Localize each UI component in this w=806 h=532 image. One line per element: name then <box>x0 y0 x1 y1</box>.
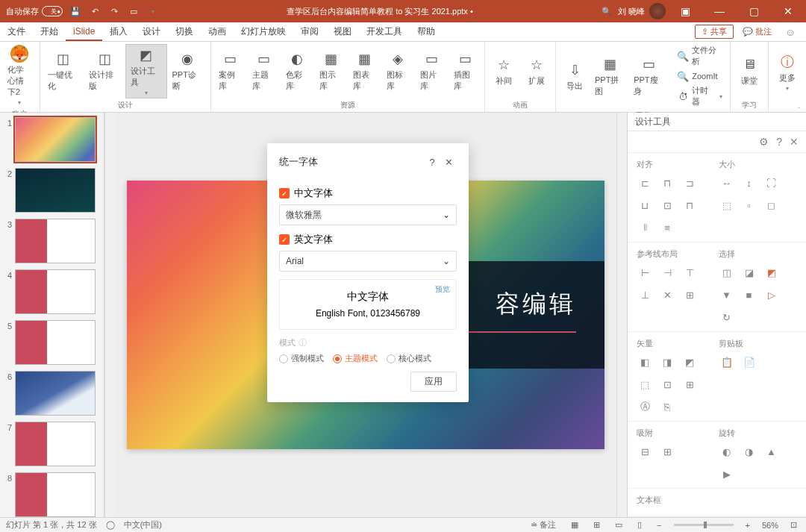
PPT拼图-button[interactable]: ▦PPT拼图 <box>590 54 629 98</box>
PPT诊断-button[interactable]: ◉PPT诊断 <box>168 48 207 93</box>
slideshow-view-icon[interactable]: ▯ <box>634 520 645 530</box>
size-fit-icon[interactable]: ◻ <box>763 197 780 213</box>
rot-1-icon[interactable]: ◐ <box>719 443 735 460</box>
snap-1-icon[interactable]: ⊟ <box>637 443 653 460</box>
slide-thumb-7[interactable] <box>15 422 96 466</box>
sel-4-icon[interactable]: ▼ <box>719 287 735 303</box>
tab-审阅[interactable]: 审阅 <box>293 22 326 41</box>
rot-2-icon[interactable]: ◑ <box>741 443 757 460</box>
sel-1-icon[interactable]: ◫ <box>719 264 735 281</box>
more-button[interactable]: ⓘ更多▾ <box>772 51 803 93</box>
vec-5-icon[interactable]: ⊡ <box>659 376 675 392</box>
sel-7-icon[interactable]: ↻ <box>719 309 735 325</box>
dist-h-icon[interactable]: ⦀ <box>637 219 653 236</box>
slide-thumb-8[interactable] <box>15 472 96 517</box>
zoom-slider[interactable] <box>674 524 734 526</box>
PPT瘦身-button[interactable]: ▭PPT瘦身 <box>629 54 668 98</box>
tab-插入[interactable]: 插入 <box>102 22 135 41</box>
tab-幻灯片放映[interactable]: 幻灯片放映 <box>234 22 293 41</box>
language-label[interactable]: 中文(中国) <box>124 519 162 531</box>
thumb-scrollbar[interactable] <box>104 113 115 517</box>
sel-6-icon[interactable]: ▷ <box>763 287 780 303</box>
size-h-icon[interactable]: ↕ <box>741 175 757 191</box>
dialog-help-icon[interactable]: ? <box>424 154 440 170</box>
canvas-scrollbar[interactable] <box>616 113 627 517</box>
size-both-icon[interactable]: ⛶ <box>763 175 780 191</box>
vec-2-icon[interactable]: ◨ <box>659 354 675 370</box>
mode-radio-2[interactable]: 核心模式 <box>387 353 431 364</box>
mode-radio-0[interactable]: 强制模式 <box>279 353 324 364</box>
align-left-icon[interactable]: ⊏ <box>637 175 653 191</box>
notes-button[interactable]: ≐ 备注 <box>528 519 559 531</box>
slide-thumb-4[interactable] <box>15 269 96 314</box>
ZoomIt-button[interactable]: 🔍ZoomIt <box>672 69 727 84</box>
autosave-toggle[interactable]: 关● <box>42 6 63 16</box>
zoom-level[interactable]: 56% <box>762 521 778 530</box>
avatar[interactable] <box>649 3 666 19</box>
maximize-icon[interactable]: ▢ <box>739 0 769 22</box>
classroom-button[interactable]: 🖥课堂 <box>734 54 765 88</box>
tab-帮助[interactable]: 帮助 <box>410 22 443 41</box>
guide-1-icon[interactable]: ⊢ <box>637 264 653 281</box>
search-icon[interactable]: 🔍 <box>600 4 613 18</box>
tab-开始[interactable]: 开始 <box>33 22 66 41</box>
guide-2-icon[interactable]: ⊣ <box>659 264 675 281</box>
tab-视图[interactable]: 视图 <box>326 22 359 41</box>
en-font-checkbox-row[interactable]: ✓ 英文字体 <box>279 233 457 246</box>
dialog-close-icon[interactable]: ✕ <box>440 154 457 170</box>
close-panel-icon[interactable]: ✕ <box>790 136 799 148</box>
图表库-button[interactable]: ▦图表库 <box>349 48 381 93</box>
sel-2-icon[interactable]: ◪ <box>741 264 757 281</box>
一键优化-button[interactable]: ◫一键优化 <box>43 48 84 93</box>
clip-2-icon[interactable]: 📄 <box>741 354 757 370</box>
guide-6-icon[interactable]: ⊞ <box>681 287 698 303</box>
guide-3-icon[interactable]: ⊤ <box>681 264 698 281</box>
reading-view-icon[interactable]: ▭ <box>612 520 625 530</box>
ribbon-mode-icon[interactable]: ▣ <box>670 0 700 22</box>
guide-5-icon[interactable]: ✕ <box>659 287 675 303</box>
slide-thumb-2[interactable] <box>15 168 96 213</box>
sorter-view-icon[interactable]: ⊞ <box>590 520 603 530</box>
fit-window-icon[interactable]: ⊡ <box>787 520 800 530</box>
snap-2-icon[interactable]: ⊞ <box>659 443 675 460</box>
slide-thumb-1[interactable] <box>15 117 96 162</box>
图示库-button[interactable]: ▦图示库 <box>315 48 347 93</box>
dist-v-icon[interactable]: ≡ <box>659 219 675 236</box>
undo-icon[interactable]: ↶ <box>88 4 101 18</box>
save-icon[interactable]: 💾 <box>69 4 82 18</box>
sel-3-icon[interactable]: ◩ <box>763 264 780 281</box>
tab-文件[interactable]: 文件 <box>0 22 33 41</box>
size-w-icon[interactable]: ↔ <box>719 175 735 191</box>
comments-button[interactable]: 💬 批注 <box>737 25 778 38</box>
rot-3-icon[interactable]: ▲ <box>763 443 780 460</box>
close-icon[interactable]: ✕ <box>773 0 803 22</box>
计时器-button[interactable]: ⏱计时器 ▾ <box>672 84 727 109</box>
account-button[interactable]: 🦊化学心情下2▾ <box>3 43 37 107</box>
zoom-in-icon[interactable]: + <box>743 521 753 530</box>
导出-button[interactable]: ⇩导出 <box>559 54 590 98</box>
align-bottom-icon[interactable]: ⊓ <box>681 197 698 213</box>
tab-设计[interactable]: 设计 <box>135 22 168 41</box>
accessibility-icon[interactable]: ◯ <box>106 520 115 530</box>
en-font-combo[interactable]: Arial⌄ <box>279 251 457 272</box>
size-inc-icon[interactable]: ⬚ <box>719 197 735 213</box>
案例库-button[interactable]: ▭案例库 <box>214 48 246 93</box>
tab-开发工具[interactable]: 开发工具 <box>359 22 410 41</box>
补间-button[interactable]: ☆补间 <box>488 54 519 88</box>
slide-thumb-6[interactable] <box>15 371 96 416</box>
vec-1-icon[interactable]: ◧ <box>637 354 653 370</box>
rot-4-icon[interactable]: ▶ <box>719 466 735 482</box>
设计工具-button[interactable]: ◩设计工具▾ <box>125 44 167 98</box>
vec-3-icon[interactable]: ◩ <box>681 354 698 370</box>
tab-切换[interactable]: 切换 <box>168 22 201 41</box>
vec-8-icon[interactable]: ⎘ <box>659 398 675 415</box>
sel-5-icon[interactable]: ■ <box>741 287 757 303</box>
色彩库-button[interactable]: ◐色彩库 <box>281 48 313 93</box>
vec-6-icon[interactable]: ⊞ <box>681 376 698 392</box>
slide-thumb-3[interactable] <box>15 219 96 263</box>
插图库-button[interactable]: ▭插图库 <box>449 48 481 93</box>
图标库-button[interactable]: ◈图标库 <box>382 48 414 93</box>
图片库-button[interactable]: ▭图片库 <box>416 48 448 93</box>
guide-4-icon[interactable]: ⊥ <box>637 287 653 303</box>
normal-view-icon[interactable]: ▦ <box>568 520 581 530</box>
